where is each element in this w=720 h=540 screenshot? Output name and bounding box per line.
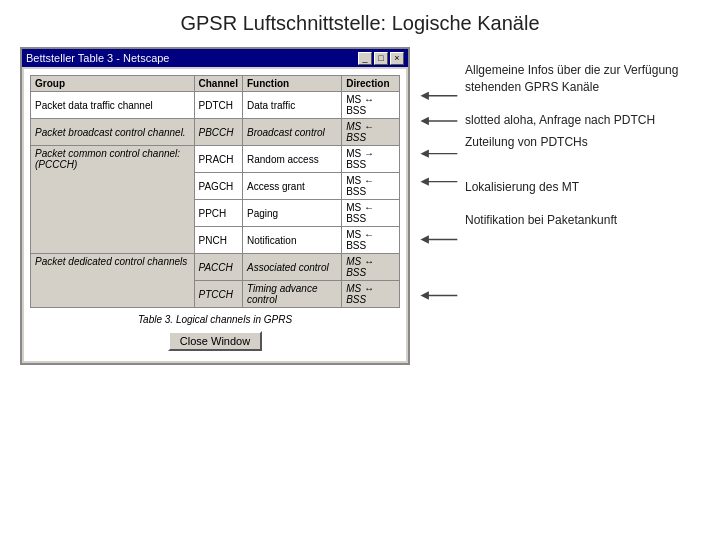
cell-function: Access grant <box>242 173 341 200</box>
cell-direction: MS ← BSS <box>342 200 400 227</box>
table-row: Packet broadcast control channel. PBCCH … <box>31 119 400 146</box>
col-group: Group <box>31 76 195 92</box>
channels-table: Group Channel Function Direction Packet … <box>30 75 400 308</box>
browser-window: Bettsteller Table 3 - Netscape _ □ × Gro… <box>20 47 410 365</box>
cell-function: Timing advance control <box>242 281 341 308</box>
cell-group: Packet common control channel: (PCCCH) <box>31 146 195 254</box>
cell-direction: MS ↔ BSS <box>342 281 400 308</box>
minimize-button[interactable]: _ <box>358 52 372 65</box>
cell-channel: PDTCH <box>194 92 242 119</box>
cell-function: Associated control <box>242 254 341 281</box>
cell-direction: MS ↔ BSS <box>342 92 400 119</box>
cell-channel: PBCCH <box>194 119 242 146</box>
cell-direction: MS ← BSS <box>342 227 400 254</box>
cell-function: Random access <box>242 146 341 173</box>
col-channel: Channel <box>194 76 242 92</box>
cell-direction: MS ↔ BSS <box>342 254 400 281</box>
browser-title: Bettsteller Table 3 - Netscape <box>26 52 169 64</box>
cell-channel: PACCH <box>194 254 242 281</box>
maximize-button[interactable]: □ <box>374 52 388 65</box>
cell-channel: PTCCH <box>194 281 242 308</box>
cell-function: Notification <box>242 227 341 254</box>
cell-direction: MS ← BSS <box>342 119 400 146</box>
table-row: Packet common control channel: (PCCCH) P… <box>31 146 400 173</box>
cell-direction: MS ← BSS <box>342 173 400 200</box>
cell-function: Broadcast control <box>242 119 341 146</box>
cell-channel: PPCH <box>194 200 242 227</box>
cell-channel: PAGCH <box>194 173 242 200</box>
cell-channel: PNCH <box>194 227 242 254</box>
cell-direction: MS → BSS <box>342 146 400 173</box>
arrows-svg <box>420 47 700 447</box>
cell-group: Packet dedicated control channels <box>31 254 195 308</box>
cell-function: Data traffic <box>242 92 341 119</box>
close-window-button[interactable]: Close Window <box>168 331 262 351</box>
page-title: GPSR Luftschnittstelle: Logische Kanäle <box>0 0 720 43</box>
col-direction: Direction <box>342 76 400 92</box>
col-function: Function <box>242 76 341 92</box>
cell-group: Packet data traffic channel <box>31 92 195 119</box>
table-row: Packet dedicated control channels PACCH … <box>31 254 400 281</box>
close-button-titlebar[interactable]: × <box>390 52 404 65</box>
table-row: Packet data traffic channel PDTCH Data t… <box>31 92 400 119</box>
table-caption: Table 3. Logical channels in GPRS <box>30 314 400 325</box>
annotations-panel: Allgemeine Infos über die zur Verfügung … <box>420 47 700 365</box>
cell-function: Paging <box>242 200 341 227</box>
cell-channel: PRACH <box>194 146 242 173</box>
cell-group: Packet broadcast control channel. <box>31 119 195 146</box>
